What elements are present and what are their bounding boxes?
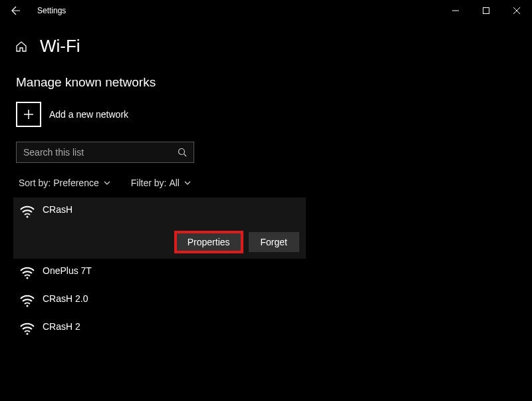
add-network-label: Add a new network: [49, 109, 128, 120]
window-controls: [440, 0, 532, 21]
wifi-icon: [19, 265, 36, 280]
network-item[interactable]: CRasH 2: [13, 315, 306, 342]
network-item[interactable]: CRasH Properties Forget: [13, 198, 306, 259]
maximize-button[interactable]: [471, 0, 501, 21]
item-actions: Properties Forget: [176, 232, 299, 252]
properties-button[interactable]: Properties: [176, 232, 242, 252]
chevron-down-icon: [184, 179, 192, 187]
network-item[interactable]: CRasH 2.0: [13, 287, 306, 315]
list-controls: Sort by: Preference Filter by: All: [19, 178, 532, 188]
arrow-left-icon: [11, 5, 21, 16]
app-title: Settings: [37, 6, 66, 15]
add-network-button[interactable]: Add a new network: [16, 102, 532, 127]
network-name: CRasH 2.0: [43, 293, 88, 304]
close-icon: [513, 7, 520, 14]
wifi-icon: [19, 321, 36, 336]
network-name: OnePlus 7T: [43, 265, 92, 276]
sort-value: Preference: [53, 178, 98, 188]
svg-point-11: [27, 333, 29, 335]
page-header: Wi-Fi: [15, 36, 532, 57]
svg-line-7: [184, 154, 187, 157]
search-icon: [178, 148, 187, 157]
network-item[interactable]: OnePlus 7T: [13, 259, 306, 287]
svg-point-6: [179, 149, 185, 155]
network-name: CRasH: [43, 204, 72, 215]
filter-value: All: [169, 178, 180, 188]
home-button[interactable]: [15, 40, 28, 53]
sort-by-dropdown[interactable]: Sort by: Preference: [19, 178, 111, 188]
page-title: Wi-Fi: [40, 36, 80, 57]
filter-label: Filter by:: [131, 178, 167, 188]
maximize-icon: [483, 7, 489, 14]
svg-point-10: [27, 305, 29, 307]
home-icon: [15, 41, 27, 53]
wifi-icon: [19, 293, 36, 308]
forget-button[interactable]: Forget: [249, 232, 299, 252]
search-input[interactable]: [23, 147, 170, 158]
network-name: CRasH 2: [43, 321, 80, 332]
svg-rect-1: [483, 8, 489, 14]
minimize-button[interactable]: [440, 0, 471, 21]
svg-point-8: [27, 216, 29, 218]
sort-label: Sort by:: [19, 178, 51, 188]
minimize-icon: [452, 7, 459, 14]
close-button[interactable]: [501, 0, 532, 21]
network-list: CRasH Properties Forget OnePlus 7T C: [13, 198, 306, 342]
back-button[interactable]: [5, 0, 27, 21]
search-box[interactable]: [16, 142, 194, 163]
svg-point-9: [27, 277, 29, 279]
plus-icon: [23, 108, 35, 120]
section-title: Manage known networks: [16, 75, 532, 90]
wifi-icon: [19, 204, 36, 219]
add-box: [16, 102, 41, 127]
filter-by-dropdown[interactable]: Filter by: All: [131, 178, 192, 188]
chevron-down-icon: [103, 179, 111, 187]
